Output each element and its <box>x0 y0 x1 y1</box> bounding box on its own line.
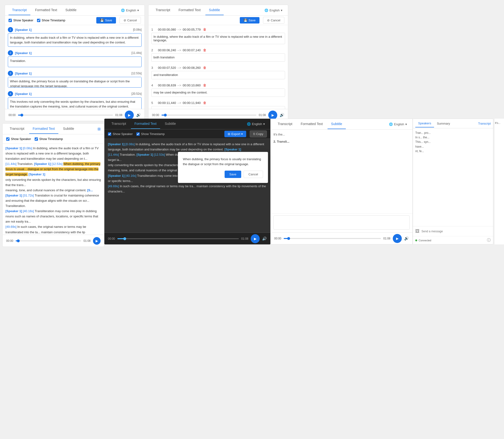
play-button-bl[interactable]: ▶ <box>93 237 101 245</box>
play-button-right[interactable]: ▶ <box>268 110 277 120</box>
tab-bar-right: Transcript Formatted Text Subtitle 🌐 Eng… <box>148 5 288 16</box>
show-speaker-checkbox-bl[interactable]: Show Speaker <box>6 137 31 141</box>
progress-thumb-overlay[interactable] <box>123 237 126 240</box>
subtitle-overlay-textarea[interactable] <box>274 216 410 230</box>
tooltip-cancel-button[interactable]: Cancel <box>244 171 263 178</box>
volume-icon-right[interactable]: 🔊 <box>280 113 284 117</box>
copy-button-overlay[interactable]: ⎘ Copy <box>250 131 267 137</box>
volume-icon-so[interactable]: 🔊 <box>404 236 409 241</box>
tab-formatted-bl[interactable]: Formatted Text <box>29 124 58 134</box>
export-button-overlay[interactable]: ⊞ Export ▾ <box>224 131 246 137</box>
language-selector-so[interactable]: 🌐 English ▾ <box>387 122 409 127</box>
tab-subtitle-bl[interactable]: Subtitle <box>60 124 78 134</box>
far-right-text: It's... <box>494 119 504 244</box>
cancel-icon-right: ⊘ <box>267 19 270 22</box>
tab-transcript-overlay[interactable]: Transcript <box>108 119 130 129</box>
cancel-button-right[interactable]: ⊘ Cancel <box>263 17 284 24</box>
subtitle-textarea-5[interactable]: Translation. <box>151 106 285 109</box>
show-speaker-checkbox-overlay[interactable]: Show Speaker <box>108 132 133 136</box>
tab-speakers[interactable]: Speakers <box>415 120 434 127</box>
show-timestamp-checkbox-bl[interactable]: Show Timestamp <box>35 137 63 141</box>
export-icon-bl[interactable]: ⊞ <box>97 127 101 131</box>
transcript-panel-left: Transcript Formatted Text Subtitle 🌐 Eng… <box>5 5 145 121</box>
transcript-list-left: 1 [Speaker 1] [0.08s] In dubbing, where … <box>5 25 144 109</box>
speaker-label-4: [Speaker 1] <box>15 92 32 96</box>
delete-button-4[interactable]: 🗑 <box>203 83 207 87</box>
delete-button-3[interactable]: 🗑 <box>203 65 207 70</box>
language-selector-overlay[interactable]: 🌐 English ▾ <box>245 121 267 127</box>
progress-thumb-right[interactable] <box>164 114 167 117</box>
progress-track-so[interactable] <box>284 238 381 239</box>
toolbar-bottom-left: Show Speaker Show Timestamp <box>3 134 104 144</box>
progress-track-right[interactable] <box>162 115 256 116</box>
delete-button-2[interactable]: 🗑 <box>203 48 207 52</box>
progress-thumb-left[interactable] <box>20 114 23 117</box>
current-time-left: 00:00 <box>9 113 16 117</box>
chat-bottom: 🖼 <box>413 226 493 236</box>
progress-track-left[interactable] <box>18 115 113 116</box>
language-label-left: English <box>126 9 136 12</box>
subtitle-textarea-3[interactable]: and transliteration <box>151 71 285 79</box>
show-timestamp-checkbox-left[interactable]: Show Timestamp <box>37 19 65 22</box>
show-speaker-checkbox-left[interactable]: Show Speaker <box>9 19 34 22</box>
tab-formatted-left[interactable]: Formatted Text <box>32 5 61 15</box>
play-button-left[interactable]: ▶ <box>125 110 134 120</box>
tab-subtitle-overlay[interactable]: Subtitle <box>161 119 180 129</box>
tab-bar-bottom-left: Transcript Formatted Text Subtitle ⊞ <box>3 124 104 134</box>
tab-subtitle-right[interactable]: Subtitle <box>205 5 224 15</box>
chat-image-icon[interactable]: 🖼 <box>415 229 420 234</box>
chevron-down-icon-right: ▾ <box>281 9 282 12</box>
language-selector-left[interactable]: 🌐 English ▾ <box>119 8 141 13</box>
chevron-down-icon-export: ▾ <box>241 132 243 136</box>
subtitle-textarea-4[interactable]: may be used depending on the context. <box>151 88 285 97</box>
time-range-1: 00:00:00,080 --> 00:00:05,779 <box>158 28 201 31</box>
tab-summary[interactable]: Summary <box>434 120 453 127</box>
progress-track-bl[interactable] <box>16 240 81 241</box>
save-button-right[interactable]: 💾 Save <box>240 17 260 24</box>
subtitle-item-3: 3 00:00:07,520 --> 00:00:08,260 🗑 and tr… <box>151 65 285 80</box>
delete-button-5[interactable]: 🗑 <box>203 100 207 105</box>
transcript-textarea-3[interactable]: When dubbing, the primary focus is usual… <box>8 77 142 87</box>
tab-bar-left: Transcript Formatted Text Subtitle 🌐 Eng… <box>5 5 144 16</box>
audio-player-bl: 00:00 01:08 ▶ <box>3 235 104 246</box>
progress-track-overlay[interactable] <box>117 238 239 239</box>
transcript-textarea-4[interactable]: This involves not only converting the wo… <box>8 97 142 109</box>
volume-icon-overlay[interactable]: 🔊 <box>262 236 267 241</box>
tab-transcript-right[interactable]: Transcript <box>152 5 174 15</box>
tab-formatted-right[interactable]: Formatted Text <box>175 5 204 15</box>
item-num-2: 2 <box>8 50 13 56</box>
show-timestamp-label-overlay: Show Timestamp <box>141 132 165 136</box>
subtitle-textarea-2[interactable]: both translation <box>151 53 285 62</box>
item-num-1: 1 <box>8 27 13 32</box>
cancel-button-left[interactable]: ⊘ Cancel <box>120 17 141 24</box>
progress-thumb-bl[interactable] <box>17 239 20 242</box>
language-selector-right[interactable]: 🌐 English ▾ <box>263 8 284 13</box>
show-timestamp-checkbox-overlay[interactable]: Show Timestamp <box>136 132 165 136</box>
tooltip-save-button[interactable]: Save <box>225 171 241 178</box>
info-icon[interactable]: ⓘ <box>487 238 491 243</box>
tab-subtitle-so[interactable]: Subtitle <box>327 119 346 129</box>
summary-panel: Speakers Summary Transcript Tran... pro.… <box>413 119 493 244</box>
subtitle-textarea-1[interactable]: In dubbing, where the audio track of a f… <box>151 33 285 44</box>
transcript-textarea-2[interactable]: Translation. <box>8 57 142 67</box>
transcript-item-4: 4 [Speaker 1] [20.52s] This involves not… <box>8 91 142 109</box>
play-button-so[interactable]: ▶ <box>393 234 402 243</box>
play-button-overlay[interactable]: ▶ <box>251 234 260 243</box>
delete-button-1[interactable]: 🗑 <box>203 27 207 32</box>
time-range-4: 00:00:08,639 --> 00:00:10,660 <box>158 84 201 87</box>
time-range-3: 00:00:07,520 --> 00:00:08,260 <box>158 66 201 70</box>
transcript-link[interactable]: Transcript <box>478 122 491 125</box>
tab-transcript-bl[interactable]: Transcript <box>6 124 28 134</box>
chat-input[interactable] <box>421 230 491 233</box>
tab-formatted-so[interactable]: Formatted Text <box>297 119 326 129</box>
globe-icon-overlay: 🌐 <box>247 122 251 126</box>
tab-subtitle-left[interactable]: Subtitle <box>62 5 80 15</box>
tab-transcript-so[interactable]: Transcript <box>274 119 296 129</box>
volume-icon-left[interactable]: 🔊 <box>136 113 141 117</box>
tab-formatted-overlay[interactable]: Formatted Text <box>131 119 160 129</box>
total-time-left: 01:08 <box>115 113 122 117</box>
subtitle-item-header-2: 2 00:00:06,240 --> 00:00:07,140 🗑 <box>151 48 285 52</box>
save-button-left[interactable]: 💾 Save <box>96 17 116 24</box>
transcript-textarea-1[interactable]: In dubbing, where the audio track of a f… <box>8 33 142 47</box>
tab-transcript-left[interactable]: Transcript <box>9 5 30 15</box>
